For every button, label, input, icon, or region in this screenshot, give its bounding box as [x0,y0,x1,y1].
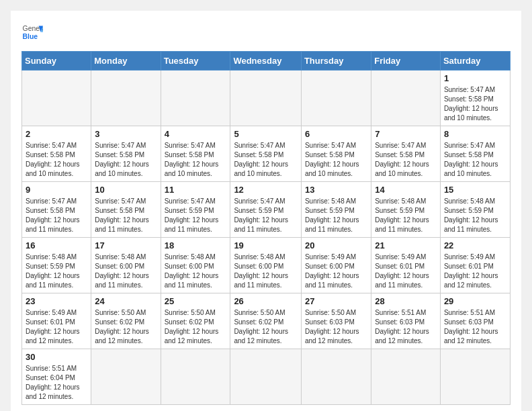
day-info: Sunrise: 5:48 AM Sunset: 5:59 PM Dayligh… [26,253,87,290]
day-number: 24 [95,296,157,306]
day-number: 13 [305,185,367,195]
calendar-cell: 3Sunrise: 5:47 AM Sunset: 5:58 PM Daylig… [91,126,161,182]
day-info: Sunrise: 5:49 AM Sunset: 6:01 PM Dayligh… [375,253,437,290]
calendar: SundayMondayTuesdayWednesdayThursdayFrid… [21,51,511,405]
day-number: 1 [444,73,506,83]
weekday-header-tuesday: Tuesday [161,52,230,71]
logo: General Blue [21,21,46,43]
calendar-cell: 19Sunrise: 5:48 AM Sunset: 6:00 PM Dayli… [230,238,302,293]
calendar-week-row: 2Sunrise: 5:47 AM Sunset: 5:58 PM Daylig… [22,126,511,182]
calendar-cell: 21Sunrise: 5:49 AM Sunset: 6:01 PM Dayli… [371,238,441,293]
day-number: 7 [375,129,437,139]
calendar-cell: 14Sunrise: 5:48 AM Sunset: 5:59 PM Dayli… [371,182,441,238]
day-info: Sunrise: 5:47 AM Sunset: 5:58 PM Dayligh… [444,141,506,179]
calendar-week-row: 1Sunrise: 5:47 AM Sunset: 5:58 PM Daylig… [22,71,511,126]
day-info: Sunrise: 5:48 AM Sunset: 5:59 PM Dayligh… [444,197,506,234]
calendar-cell: 4Sunrise: 5:47 AM Sunset: 5:58 PM Daylig… [161,126,230,182]
calendar-cell: 1Sunrise: 5:47 AM Sunset: 5:58 PM Daylig… [440,71,510,126]
day-number: 26 [234,296,298,306]
day-number: 30 [26,352,87,362]
day-number: 18 [165,240,227,250]
day-number: 6 [305,129,367,139]
day-number: 9 [26,185,87,195]
day-info: Sunrise: 5:47 AM Sunset: 5:58 PM Dayligh… [165,141,227,179]
calendar-cell [161,71,230,126]
calendar-cell: 28Sunrise: 5:51 AM Sunset: 6:03 PM Dayli… [371,293,441,349]
day-info: Sunrise: 5:50 AM Sunset: 6:02 PM Dayligh… [165,308,227,346]
day-info: Sunrise: 5:49 AM Sunset: 6:01 PM Dayligh… [444,253,506,290]
day-info: Sunrise: 5:51 AM Sunset: 6:04 PM Dayligh… [26,364,87,402]
calendar-cell: 2Sunrise: 5:47 AM Sunset: 5:58 PM Daylig… [22,126,91,182]
weekday-header-monday: Monday [91,52,161,71]
day-info: Sunrise: 5:49 AM Sunset: 6:00 PM Dayligh… [305,253,367,290]
calendar-cell: 5Sunrise: 5:47 AM Sunset: 5:58 PM Daylig… [230,126,302,182]
day-number: 10 [95,185,157,195]
calendar-cell [230,71,302,126]
calendar-cell: 13Sunrise: 5:48 AM Sunset: 5:59 PM Dayli… [301,182,371,238]
day-info: Sunrise: 5:51 AM Sunset: 6:03 PM Dayligh… [375,308,437,346]
day-info: Sunrise: 5:48 AM Sunset: 6:00 PM Dayligh… [95,253,157,290]
day-info: Sunrise: 5:48 AM Sunset: 6:00 PM Dayligh… [165,253,227,290]
calendar-cell: 26Sunrise: 5:50 AM Sunset: 6:02 PM Dayli… [230,293,302,349]
calendar-cell: 22Sunrise: 5:49 AM Sunset: 6:01 PM Dayli… [440,238,510,293]
weekday-header-friday: Friday [371,52,441,71]
day-number: 22 [444,240,506,250]
calendar-cell: 8Sunrise: 5:47 AM Sunset: 5:58 PM Daylig… [440,126,510,182]
day-number: 23 [26,296,87,306]
day-number: 4 [165,129,227,139]
calendar-cell [22,71,91,126]
day-info: Sunrise: 5:47 AM Sunset: 5:59 PM Dayligh… [234,197,298,234]
generalblue-logo-icon: General Blue [21,21,43,43]
calendar-cell [230,349,302,405]
calendar-cell: 16Sunrise: 5:48 AM Sunset: 5:59 PM Dayli… [22,238,91,293]
page: General Blue SundayMondayTuesdayWednesda… [11,11,521,411]
day-number: 27 [305,296,367,306]
calendar-cell: 12Sunrise: 5:47 AM Sunset: 5:59 PM Dayli… [230,182,302,238]
calendar-week-row: 16Sunrise: 5:48 AM Sunset: 5:59 PM Dayli… [22,238,511,293]
day-info: Sunrise: 5:50 AM Sunset: 6:03 PM Dayligh… [305,308,367,346]
day-info: Sunrise: 5:47 AM Sunset: 5:58 PM Dayligh… [26,197,87,234]
day-number: 15 [444,185,506,195]
calendar-cell: 11Sunrise: 5:47 AM Sunset: 5:59 PM Dayli… [161,182,230,238]
day-info: Sunrise: 5:47 AM Sunset: 5:58 PM Dayligh… [26,141,87,179]
day-number: 11 [165,185,227,195]
calendar-cell [301,349,371,405]
calendar-header-row: SundayMondayTuesdayWednesdayThursdayFrid… [22,52,511,71]
day-number: 17 [95,240,157,250]
day-info: Sunrise: 5:51 AM Sunset: 6:03 PM Dayligh… [444,308,506,346]
calendar-week-row: 23Sunrise: 5:49 AM Sunset: 6:01 PM Dayli… [22,293,511,349]
header: General Blue [21,21,511,43]
day-number: 29 [444,296,506,306]
day-info: Sunrise: 5:48 AM Sunset: 6:00 PM Dayligh… [234,253,298,290]
day-info: Sunrise: 5:49 AM Sunset: 6:01 PM Dayligh… [26,308,87,346]
calendar-cell [91,349,161,405]
calendar-cell: 27Sunrise: 5:50 AM Sunset: 6:03 PM Dayli… [301,293,371,349]
day-number: 2 [26,129,87,139]
day-number: 28 [375,296,437,306]
svg-text:Blue: Blue [23,33,38,40]
calendar-cell: 18Sunrise: 5:48 AM Sunset: 6:00 PM Dayli… [161,238,230,293]
calendar-cell: 25Sunrise: 5:50 AM Sunset: 6:02 PM Dayli… [161,293,230,349]
day-info: Sunrise: 5:47 AM Sunset: 5:59 PM Dayligh… [165,197,227,234]
calendar-cell: 17Sunrise: 5:48 AM Sunset: 6:00 PM Dayli… [91,238,161,293]
calendar-week-row: 9Sunrise: 5:47 AM Sunset: 5:58 PM Daylig… [22,182,511,238]
weekday-header-saturday: Saturday [440,52,510,71]
day-number: 5 [234,129,298,139]
day-info: Sunrise: 5:50 AM Sunset: 6:02 PM Dayligh… [95,308,157,346]
calendar-week-row: 30Sunrise: 5:51 AM Sunset: 6:04 PM Dayli… [22,349,511,405]
day-info: Sunrise: 5:48 AM Sunset: 5:59 PM Dayligh… [375,197,437,234]
day-number: 19 [234,240,298,250]
day-info: Sunrise: 5:47 AM Sunset: 5:58 PM Dayligh… [375,141,437,179]
day-number: 12 [234,185,298,195]
calendar-cell [371,71,441,126]
day-info: Sunrise: 5:50 AM Sunset: 6:02 PM Dayligh… [234,308,298,346]
weekday-header-wednesday: Wednesday [230,52,302,71]
calendar-cell [161,349,230,405]
calendar-cell: 7Sunrise: 5:47 AM Sunset: 5:58 PM Daylig… [371,126,441,182]
calendar-cell: 29Sunrise: 5:51 AM Sunset: 6:03 PM Dayli… [440,293,510,349]
day-info: Sunrise: 5:48 AM Sunset: 5:59 PM Dayligh… [305,197,367,234]
day-info: Sunrise: 5:47 AM Sunset: 5:58 PM Dayligh… [95,197,157,234]
day-number: 14 [375,185,437,195]
calendar-cell: 15Sunrise: 5:48 AM Sunset: 5:59 PM Dayli… [440,182,510,238]
calendar-cell: 30Sunrise: 5:51 AM Sunset: 6:04 PM Dayli… [22,349,91,405]
